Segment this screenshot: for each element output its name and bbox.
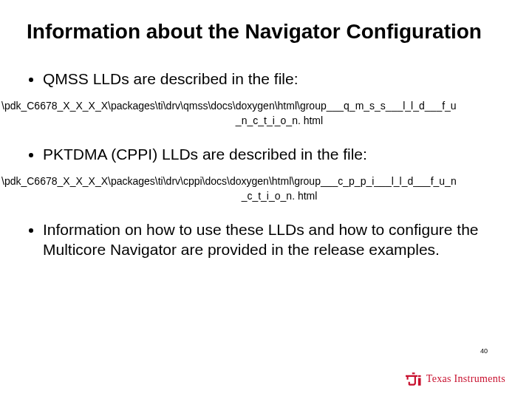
file-path-block: \pdk_C6678_X_X_X_X\packages\ti\drv\qmss\… xyxy=(0,99,532,128)
bullet-list: Information on how to use these LLDs and… xyxy=(27,219,505,260)
bullet-list: PKTDMA (CPPI) LLDs are described in the … xyxy=(27,144,505,164)
brand-logo-text: Texas Instruments xyxy=(426,373,505,385)
page-number: 40 xyxy=(480,347,488,355)
file-path-line: \pdk_C6678_X_X_X_X\packages\ti\drv\cppi\… xyxy=(0,174,532,188)
file-path-line: \pdk_C6678_X_X_X_X\packages\ti\drv\qmss\… xyxy=(0,99,532,113)
bullet-item: QMSS LLDs are described in the file: xyxy=(43,69,505,89)
ti-logo-icon xyxy=(406,372,422,386)
slide: Information about the Navigator Configur… xyxy=(0,0,532,399)
file-path-line: _n_c_t_i_o_n. html xyxy=(0,114,532,128)
svg-rect-1 xyxy=(418,375,421,377)
svg-rect-0 xyxy=(412,372,415,374)
file-path-block: \pdk_C6678_X_X_X_X\packages\ti\drv\cppi\… xyxy=(0,174,532,203)
svg-rect-2 xyxy=(418,378,421,386)
slide-title: Information about the Navigator Configur… xyxy=(27,21,505,44)
brand-logo: Texas Instruments xyxy=(406,372,505,386)
bullet-list: QMSS LLDs are described in the file: xyxy=(27,69,505,89)
file-path-line: _c_t_i_o_n. html xyxy=(0,189,532,203)
bullet-item: Information on how to use these LLDs and… xyxy=(43,219,505,260)
bullet-item: PKTDMA (CPPI) LLDs are described in the … xyxy=(43,144,505,164)
